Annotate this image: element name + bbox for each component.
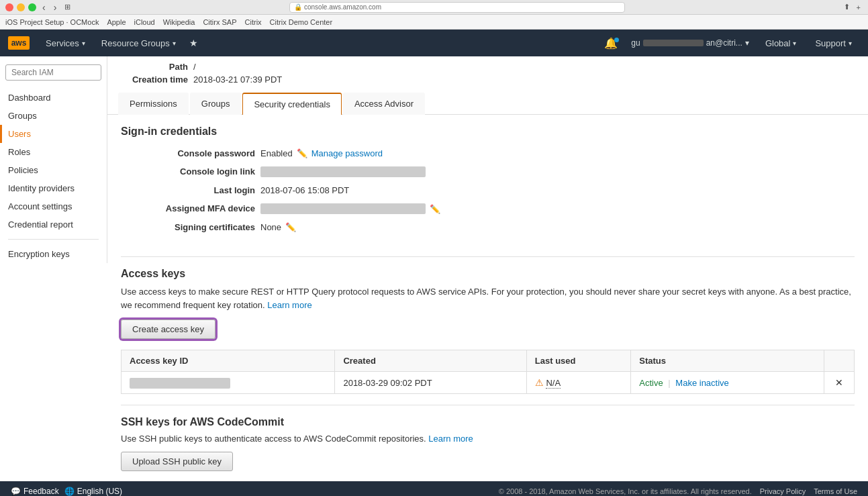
privacy-policy-link[interactable]: Privacy Policy [760,487,806,495]
tab-security-credentials[interactable]: Security credentials [242,93,341,115]
last-login-label: Last login [121,183,255,198]
sidebar-item-roles[interactable]: Roles [0,143,107,161]
console-login-link-label: Console login link [121,164,255,180]
mac-back-button[interactable]: ‹ [40,2,48,13]
make-inactive-button[interactable]: Make inactive [675,378,728,388]
access-keys-table: Access key ID Created Last used Status A… [121,350,855,394]
sidebar-item-groups[interactable]: Groups [0,107,107,125]
mac-window-controls [5,3,36,11]
mac-new-tab-button[interactable]: + [855,3,863,11]
terms-of-use-link[interactable]: Terms of Use [814,487,857,495]
footer-right: © 2008 - 2018, Amazon Web Services, Inc.… [499,487,857,495]
bookmark-icloud[interactable]: iCloud [134,18,155,26]
mac-share-button[interactable]: ⬆ [842,3,852,11]
user-menu[interactable]: gu an@citri... ▾ [626,38,755,48]
bookmark-apple[interactable]: Apple [107,18,126,26]
create-access-key-button[interactable]: Create access key [121,319,215,339]
access-keys-learn-more-link[interactable]: Learn more [267,300,311,310]
mfa-edit-icon[interactable]: ✏️ [430,204,440,214]
console-password-edit-icon[interactable]: ✏️ [297,148,307,158]
col-access-key-id: Access key ID [122,350,335,372]
notifications-bell-icon[interactable]: 🔔 [599,37,623,50]
mac-close-dot[interactable] [5,3,13,11]
info-bar: Path / Creation time 2018-03-21 07:39 PD… [107,56,868,93]
global-label: Global [765,38,791,48]
url-text: console.aws.amazon.com [304,3,381,11]
access-key-status-cell: Active | Make inactive [631,372,824,394]
mac-forward-button[interactable]: › [52,2,59,13]
user-email-blurred [643,40,704,46]
sidebar-item-encryption-keys[interactable]: Encryption keys [0,245,107,263]
delete-access-key-button[interactable]: ✕ [832,377,846,388]
sidebar-item-dashboard[interactable]: Dashboard [0,89,107,107]
sign-in-credentials-section: Sign-in credentials Console password Ena… [107,115,868,256]
last-login-value: 2018-07-06 15:08 PDT [260,183,855,198]
feedback-button[interactable]: 💬 Feedback [11,487,59,496]
sign-in-section-title: Sign-in credentials [121,126,855,138]
resource-groups-chevron-icon: ▾ [173,40,176,47]
sidebar-item-policies[interactable]: Policies [0,161,107,179]
ssh-learn-more-link[interactable]: Learn more [428,434,473,444]
user-chevron-icon: ▾ [745,38,749,48]
support-menu-button[interactable]: Support ▾ [807,30,860,56]
path-row: Path / [121,62,855,72]
language-selector[interactable]: 🌐 English (US) [64,487,122,496]
creation-time-value: 2018-03-21 07:39 PDT [193,75,282,85]
bookmark-citrix-demo[interactable]: Citrix Demo Center [270,18,333,26]
sidebar-wrapper: Dashboard Groups Users Roles Policies Id… [0,56,107,481]
console-password-status: Enabled [260,148,293,158]
manage-password-link[interactable]: Manage password [311,148,383,158]
mac-minimize-dot[interactable] [17,3,25,11]
feedback-label: Feedback [23,487,59,496]
bookmark-citrix[interactable]: Citrix [245,18,262,26]
aws-logo[interactable]: aws [8,36,30,50]
notification-dot [614,38,619,42]
console-login-link-value: https://xxxxxxxx.signin.aws.amazon.com/c… [260,164,855,180]
services-menu-button[interactable]: Services ▾ [38,30,93,56]
signing-certs-value: None ✏️ [260,219,855,235]
console-password-value: Enabled ✏️ Manage password [260,146,855,161]
access-key-id-cell: AKIAXXXXXXXXXXXXXXXX [122,372,335,394]
tab-groups[interactable]: Groups [190,93,242,115]
sidebar-item-identity-providers[interactable]: Identity providers [0,179,107,197]
sidebar-item-account-settings[interactable]: Account settings [0,197,107,215]
warning-icon: ⚠ [535,377,544,388]
upload-ssh-key-button[interactable]: Upload SSH public key [121,452,233,471]
access-keys-section: Access keys Use access keys to make secu… [107,257,868,405]
path-value: / [193,62,196,72]
bookmark-citrix-sap[interactable]: Citirx SAP [203,18,236,26]
favorites-star-icon[interactable]: ★ [184,38,203,48]
status-separator: | [668,378,673,388]
ssh-keys-description: Use SSH public keys to authenticate acce… [121,434,855,444]
access-key-created-cell: 2018-03-29 09:02 PDT [335,372,526,394]
nav-right-section: 🔔 gu an@citri... ▾ Global ▾ Support ▾ [599,30,860,56]
mac-url-bar[interactable]: 🔒 console.aws.amazon.com [289,2,625,13]
bookmark-ios[interactable]: iOS Project Setup · OCMock [5,18,99,26]
aws-logo-text: aws [11,38,27,48]
sidebar-item-credential-report[interactable]: Credential report [0,215,107,234]
resource-groups-label: Resource Groups [101,38,170,48]
sidebar-item-users[interactable]: Users [0,125,107,143]
bookmark-wikipedia[interactable]: Wikipedia [163,18,195,26]
mac-sidebar-button[interactable]: ⊞ [62,3,73,11]
signing-certs-edit-icon[interactable]: ✏️ [285,222,296,232]
mac-fullscreen-dot[interactable] [28,3,36,11]
access-key-last-used-cell: ⚠ N/A [526,372,631,394]
tab-access-advisor[interactable]: Access Advisor [343,93,425,115]
search-iam-container [5,64,101,81]
credentials-grid: Console password Enabled ✏️ Manage passw… [121,146,855,235]
search-iam-input[interactable] [5,64,101,81]
resource-groups-menu-button[interactable]: Resource Groups ▾ [93,30,184,56]
col-actions [824,350,855,372]
tab-permissions[interactable]: Permissions [118,93,189,115]
global-menu-button[interactable]: Global ▾ [757,30,805,56]
signing-certs-label: Signing certificates [121,219,255,235]
sidebar-divider [8,239,99,240]
col-status: Status [631,350,824,372]
access-keys-table-header: Access key ID Created Last used Status [122,350,855,372]
feedback-bubble-icon: 💬 [11,487,21,496]
status-active-text: Active [639,378,663,388]
support-chevron-icon: ▾ [849,40,852,47]
page-footer: 💬 Feedback 🌐 English (US) © 2008 - 2018,… [0,481,868,496]
access-keys-table-body: AKIAXXXXXXXXXXXXXXXX 2018-03-29 09:02 PD… [122,372,855,394]
